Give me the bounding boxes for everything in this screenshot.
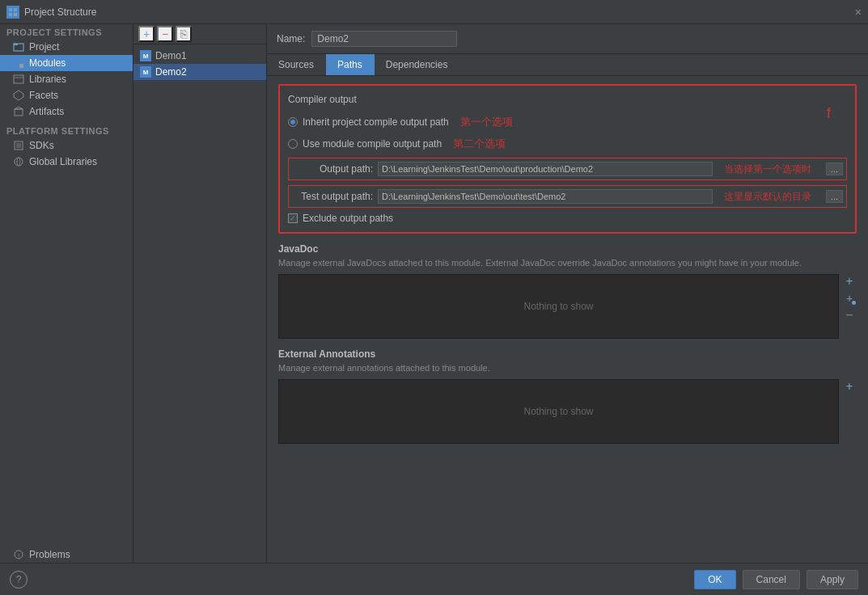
global-libraries-icon bbox=[13, 156, 24, 167]
sidebar-item-artifacts-label: Artifacts bbox=[29, 106, 64, 117]
javadoc-description: Manage external JavaDocs attached to thi… bbox=[278, 258, 857, 268]
tab-sources[interactable]: Sources bbox=[267, 54, 326, 75]
radio-row-1: Inherit project compile output path 第一个选… bbox=[288, 113, 847, 130]
annotations-add-button[interactable]: + bbox=[842, 379, 857, 394]
tabs: Sources Paths Dependencies bbox=[267, 54, 868, 76]
exclude-checkbox-row: Exclude output paths bbox=[288, 213, 847, 224]
svg-text:!: ! bbox=[18, 552, 19, 559]
svg-rect-6 bbox=[14, 58, 18, 62]
modules-icon bbox=[13, 57, 24, 69]
sidebar-item-project[interactable]: Project bbox=[0, 39, 133, 55]
sidebar-item-facets-label: Facets bbox=[29, 90, 58, 101]
sidebar-item-modules[interactable]: Modules bbox=[0, 55, 133, 71]
platform-settings-label: Platform Settings bbox=[0, 120, 133, 137]
artifacts-icon bbox=[13, 106, 24, 117]
svg-rect-1 bbox=[14, 8, 17, 11]
name-label: Name: bbox=[277, 33, 305, 44]
exclude-label: Exclude output paths bbox=[303, 213, 393, 224]
help-button[interactable]: ? bbox=[10, 571, 28, 589]
module-icon-demo1: M bbox=[140, 50, 151, 61]
module-icon-demo2: M bbox=[140, 66, 151, 78]
sidebar-item-artifacts[interactable]: Artifacts bbox=[0, 103, 133, 120]
left-panel: Project Settings Project Modules Librari… bbox=[0, 24, 133, 563]
svg-rect-16 bbox=[16, 143, 21, 148]
test-output-path-browse-button[interactable]: ... bbox=[826, 190, 843, 203]
sidebar-item-problems[interactable]: ! Problems bbox=[0, 546, 133, 563]
tab-content: Compiler output Inherit project compile … bbox=[267, 76, 868, 563]
project-icon bbox=[13, 41, 24, 53]
sidebar-item-sdks[interactable]: SDKs bbox=[0, 137, 133, 154]
output-path-label: Output path: bbox=[292, 163, 373, 175]
output-path-annotation: 当选择第一个选项时 bbox=[724, 162, 821, 176]
svg-rect-3 bbox=[14, 13, 17, 16]
sidebar-item-project-label: Project bbox=[29, 41, 59, 53]
name-row: Name: bbox=[267, 24, 868, 54]
compiler-output-section: Compiler output Inherit project compile … bbox=[278, 84, 857, 234]
output-path-row: Output path: 当选择第一个选项时 ... bbox=[288, 158, 847, 180]
javadoc-section: JavaDoc Manage external JavaDocs attache… bbox=[278, 243, 857, 339]
libraries-icon bbox=[13, 74, 24, 85]
javadoc-add-button[interactable]: + bbox=[842, 274, 857, 289]
javadoc-remove-button[interactable]: − bbox=[842, 308, 857, 323]
title-bar-title: Project Structure bbox=[24, 6, 96, 18]
middle-panel: + − ⎘ M Demo1 M Demo2 bbox=[133, 24, 267, 563]
svg-rect-7 bbox=[19, 58, 23, 62]
svg-point-17 bbox=[15, 158, 23, 166]
output-path-browse-button[interactable]: ... bbox=[826, 162, 843, 175]
sidebar-item-facets[interactable]: Facets bbox=[0, 87, 133, 103]
tab-dependencies[interactable]: Dependencies bbox=[375, 54, 460, 75]
external-annotations-title: External Annotations bbox=[278, 348, 857, 360]
svg-rect-5 bbox=[14, 44, 18, 45]
dialog-buttons: OK Cancel Apply bbox=[694, 570, 858, 589]
bottom-bar: ? OK Cancel Apply bbox=[0, 563, 868, 595]
cancel-button[interactable]: Cancel bbox=[743, 570, 800, 589]
javadoc-title: JavaDoc bbox=[278, 243, 857, 255]
svg-marker-14 bbox=[15, 107, 23, 109]
javadoc-empty-text: Nothing to show bbox=[523, 301, 593, 312]
problems-icon: ! bbox=[13, 549, 24, 560]
output-path-input[interactable] bbox=[378, 162, 713, 176]
module-label-demo2: Demo2 bbox=[155, 66, 187, 78]
module-item-demo1[interactable]: M Demo1 bbox=[133, 48, 266, 64]
tab-paths[interactable]: Paths bbox=[326, 54, 375, 75]
svg-rect-9 bbox=[19, 64, 23, 68]
svg-point-18 bbox=[17, 158, 20, 166]
sidebar-item-libraries-label: Libraries bbox=[29, 74, 66, 85]
radio-inherit[interactable] bbox=[288, 117, 298, 127]
javadoc-list: Nothing to show bbox=[278, 274, 839, 339]
test-output-path-label: Test output path: bbox=[292, 191, 373, 202]
sdks-icon bbox=[13, 140, 24, 151]
svg-rect-0 bbox=[9, 8, 12, 11]
exclude-checkbox[interactable] bbox=[288, 213, 298, 223]
title-bar: Project Structure × bbox=[0, 0, 868, 24]
right-panel: Name: Sources Paths Dependencies Compile… bbox=[267, 24, 868, 563]
close-button[interactable]: × bbox=[855, 6, 862, 19]
name-input[interactable] bbox=[311, 31, 457, 47]
sidebar-item-global-libraries[interactable]: Global Libraries bbox=[0, 154, 133, 170]
annotation-first-option: 第一个选项 bbox=[460, 115, 513, 129]
copy-module-button[interactable]: ⎘ bbox=[176, 26, 192, 42]
javadoc-add-options-button[interactable]: + bbox=[842, 291, 857, 306]
annotation-second-option: 第二个选项 bbox=[453, 137, 506, 151]
facets-icon bbox=[13, 90, 24, 101]
svg-rect-8 bbox=[14, 64, 18, 68]
external-annotations-list: Nothing to show bbox=[278, 379, 839, 444]
test-output-path-row: Test output path: 这里显示默认的目录 ... bbox=[288, 185, 847, 208]
remove-module-button[interactable]: − bbox=[157, 26, 173, 42]
radio-module[interactable] bbox=[288, 139, 298, 149]
apply-button[interactable]: Apply bbox=[807, 570, 858, 589]
svg-rect-10 bbox=[14, 75, 23, 83]
external-annotations-empty-text: Nothing to show bbox=[523, 406, 593, 417]
module-item-demo2[interactable]: M Demo2 bbox=[133, 64, 266, 80]
ok-button[interactable]: OK bbox=[694, 570, 735, 589]
radio-row-2: Use module compile output path 第二个选项 bbox=[288, 137, 847, 151]
app-icon bbox=[6, 6, 19, 19]
sidebar-item-sdks-label: SDKs bbox=[29, 140, 54, 151]
dot-indicator bbox=[852, 301, 856, 305]
sidebar-item-libraries[interactable]: Libraries bbox=[0, 71, 133, 87]
test-output-path-annotation: 这里显示默认的目录 bbox=[724, 190, 821, 204]
external-annotations-section: External Annotations Manage external ann… bbox=[278, 348, 857, 444]
add-module-button[interactable]: + bbox=[138, 26, 155, 42]
test-output-path-input[interactable] bbox=[378, 189, 713, 204]
compiler-output-title: Compiler output bbox=[288, 94, 847, 105]
